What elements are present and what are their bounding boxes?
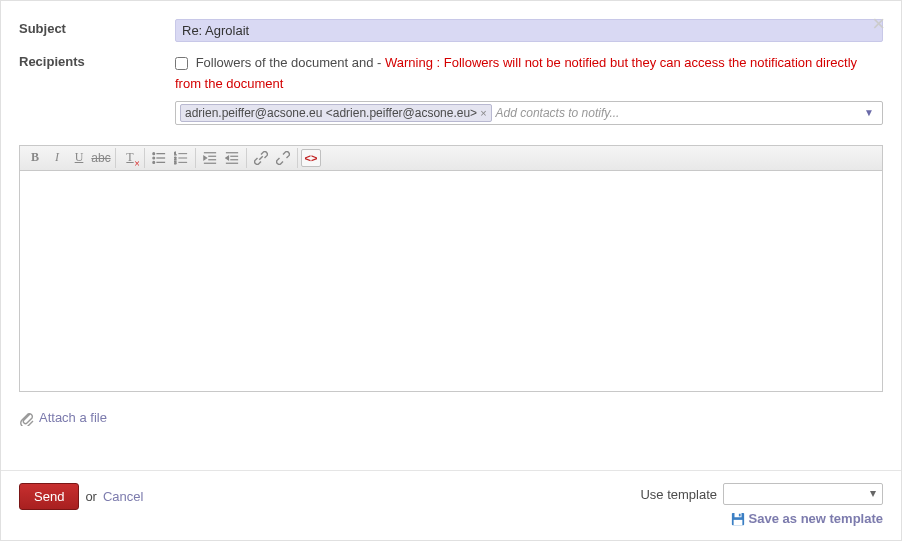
save-template-link[interactable]: Save as new template xyxy=(749,511,883,526)
italic-button[interactable]: I xyxy=(46,148,68,168)
followers-text: Followers of the document and - xyxy=(196,55,382,70)
link-button[interactable] xyxy=(250,148,272,168)
svg-text:3: 3 xyxy=(174,160,177,165)
clear-format-button[interactable]: T xyxy=(119,148,141,168)
svg-rect-24 xyxy=(733,519,742,524)
editor: B I U abc T 123 xyxy=(19,145,883,392)
outdent-button[interactable] xyxy=(199,148,221,168)
or-text: or xyxy=(85,489,97,504)
editor-body[interactable] xyxy=(20,171,882,391)
subject-label: Subject xyxy=(19,19,175,36)
unordered-list-button[interactable] xyxy=(148,148,170,168)
tag-remove-icon[interactable]: × xyxy=(480,107,486,119)
chevron-down-icon[interactable]: ▼ xyxy=(860,107,878,118)
svg-rect-25 xyxy=(738,513,740,516)
svg-marker-21 xyxy=(226,156,229,160)
cancel-link[interactable]: Cancel xyxy=(103,489,143,504)
template-select[interactable] xyxy=(723,483,883,505)
subject-input[interactable] xyxy=(175,19,883,42)
bold-button[interactable]: B xyxy=(24,148,46,168)
followers-checkbox[interactable] xyxy=(175,57,188,70)
save-icon xyxy=(731,512,745,526)
recipient-tag-label: adrien.peiffer@acsone.eu <adrien.peiffer… xyxy=(185,106,477,120)
recipients-placeholder: Add contacts to notify... xyxy=(496,106,861,120)
editor-toolbar: B I U abc T 123 xyxy=(20,146,882,171)
unlink-button[interactable] xyxy=(272,148,294,168)
attach-file-link[interactable]: Attach a file xyxy=(39,410,107,425)
recipients-label: Recipients xyxy=(19,52,175,69)
send-button[interactable]: Send xyxy=(19,483,79,510)
svg-point-2 xyxy=(153,157,155,159)
svg-point-0 xyxy=(153,153,155,155)
svg-marker-16 xyxy=(204,156,207,160)
indent-button[interactable] xyxy=(221,148,243,168)
strikethrough-button[interactable]: abc xyxy=(90,148,112,168)
close-icon[interactable]: × xyxy=(872,13,885,35)
use-template-label: Use template xyxy=(640,487,717,502)
html-source-button[interactable]: <> xyxy=(301,149,321,167)
underline-button[interactable]: U xyxy=(68,148,90,168)
recipients-input[interactable]: adrien.peiffer@acsone.eu <adrien.peiffer… xyxy=(175,101,883,125)
ordered-list-button[interactable]: 123 xyxy=(170,148,192,168)
svg-point-4 xyxy=(153,161,155,163)
paperclip-icon xyxy=(19,410,35,426)
recipient-tag: adrien.peiffer@acsone.eu <adrien.peiffer… xyxy=(180,104,492,122)
